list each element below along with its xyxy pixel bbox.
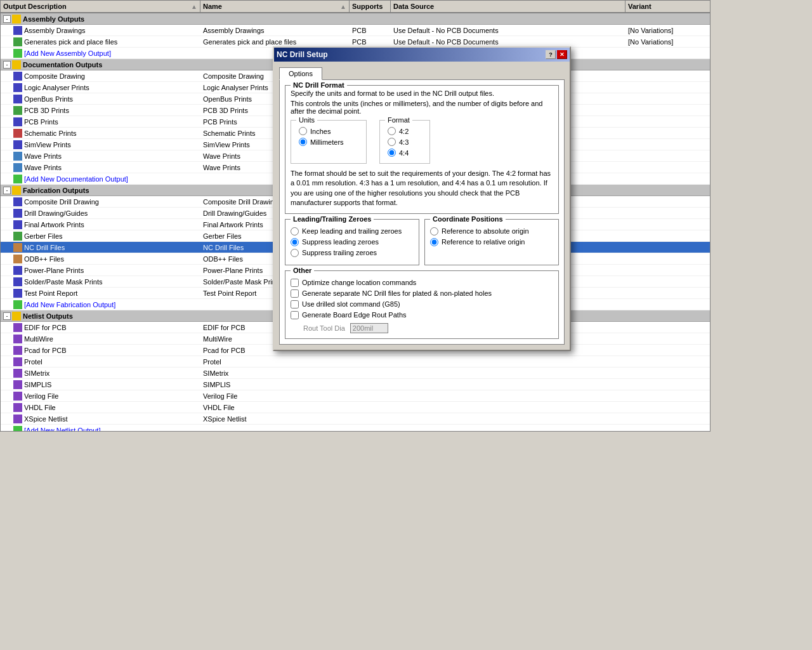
expand-fabrication[interactable]: - [3,187,11,194]
rout-tool-input[interactable] [350,323,388,333]
netlist-icon [13,369,22,378]
format-desc1: Specify the units and format to be used … [291,90,553,97]
netlist-icon [13,335,22,343]
group-fabrication-label: Fabrication Outputs [23,187,89,194]
close-button[interactable]: ✕ [557,50,567,59]
format-resolution-desc: The format should be set to suit the req… [291,169,553,208]
leading-trailing-section: Leading/Trailing Zeroes Keep leading and… [285,219,419,265]
netlist-icon [13,346,22,355]
col-header-name: Name ▲ [200,1,350,12]
add-icon [13,49,22,58]
nc-icon [13,255,22,263]
other-section: Other Optimize change location commands … [285,270,559,339]
unit-mm-label: Millimeters [310,138,344,146]
doc-icon [13,266,22,275]
use-drilled-label: Use drilled slot command (G85) [302,300,400,308]
format-42-option[interactable]: 4:2 [388,127,422,135]
wave-icon [13,163,22,172]
doc-icon [13,289,22,298]
unit-inches-option[interactable]: Inches [299,127,358,135]
table-row[interactable]: VHDL File VHDL File [1,402,710,413]
options-panel: NC Drill Format Specify the units and fo… [279,79,565,345]
expand-documentation[interactable]: - [3,61,11,69]
generate-board-label: Generate Board Edge Rout Paths [302,311,407,319]
table-row[interactable]: Assembly Drawings Assembly Drawings PCB … [1,25,710,36]
table-row[interactable]: SIMPLIS SIMPLIS [1,379,710,390]
col-header-output: Output Description ▲ [1,1,200,12]
ref-relative-option[interactable]: Reference to relative origin [430,238,553,246]
add-icon [13,426,22,432]
help-button[interactable]: ? [546,50,556,59]
expand-netlist[interactable]: - [3,312,11,320]
doc-icon [13,83,22,92]
add-icon [13,300,22,309]
unit-mm-option[interactable]: Millimeters [299,138,358,146]
sch-icon [13,129,22,138]
format-43-label: 4:3 [399,138,409,146]
netlist-icon [13,403,22,412]
format-44-label: 4:4 [399,149,409,157]
modal-titlebar: NC Drill Setup ? ✕ [274,48,570,62]
units-label: Units [296,116,317,124]
netlist-icon [13,380,22,389]
coordinate-section: Coordinate Positions Reference to absolu… [424,219,559,265]
netlist-icon [13,323,22,332]
generate-separate-option[interactable]: Generate separate NC Drill files for pla… [291,289,553,298]
table-row-add-netlist[interactable]: [Add New Netlist Output] [1,425,710,431]
doc-icon [13,197,22,206]
col-header-variant: Variant [625,1,710,12]
format-desc2: This controls the units (inches or milli… [291,100,553,115]
nc-drill-format-section: NC Drill Format Specify the units and fo… [285,85,559,214]
doc-icon [13,277,22,286]
group-netlist-label: Netlist Outputs [23,312,73,320]
col-header-datasource: Data Source [391,1,625,12]
netlist-icon [13,392,22,401]
doc-icon [13,95,22,103]
optimize-change-option[interactable]: Optimize change location commands [291,279,553,287]
doc-icon [13,117,22,126]
format-42-label: 4:2 [399,128,409,135]
format-43-option[interactable]: 4:3 [388,138,422,146]
units-group: Units Inches Millimeters [291,120,367,164]
suppress-leading-option[interactable]: Suppress leading zeroes [291,238,414,246]
use-drilled-option[interactable]: Use drilled slot command (G85) [291,300,553,308]
leading-trailing-title: Leading/Trailing Zeroes [291,215,374,223]
keep-leading-label: Keep leading and trailing zeroes [302,227,402,235]
dialog-title: NC Drill Setup [277,50,328,59]
generate-separate-label: Generate separate NC Drill files for pla… [302,289,492,297]
table-row[interactable]: SIMetrix SIMetrix [1,368,710,379]
coordinate-title: Coordinate Positions [430,215,506,223]
suppress-leading-label: Suppress leading zeroes [302,238,379,246]
doc-icon [13,209,22,218]
format-label: Format [385,116,412,124]
table-row[interactable]: Protel Protel [1,356,710,368]
unit-inches-label: Inches [310,128,331,135]
doc-icon [13,140,22,149]
group-assembly: - Assembly Outputs [1,13,710,25]
col-header-supports: Supports [350,1,391,12]
group-documentation-label: Documentation Outputs [23,61,102,69]
nc-drill-format-title: NC Drill Format [291,81,347,89]
suppress-trailing-option[interactable]: Suppress trailing zeroes [291,249,414,257]
ref-absolute-option[interactable]: Reference to absolute origin [430,227,553,235]
suppress-trailing-label: Suppress trailing zeroes [302,249,377,256]
generate-board-option[interactable]: Generate Board Edge Rout Paths [291,311,553,319]
format-group: Format 4:2 4:3 4:4 [379,120,430,164]
format-44-option[interactable]: 4:4 [388,149,422,157]
rout-tool-row: Rout Tool Dia [303,323,553,333]
add-icon [13,175,22,183]
table-header: Output Description ▲ Name ▲ Supports Dat… [1,1,710,13]
netlist-icon [13,415,22,423]
tab-options[interactable]: Options [279,67,322,80]
keep-leading-option[interactable]: Keep leading and trailing zeroes [291,227,414,235]
pcb-icon [13,232,22,241]
optimize-change-label: Optimize change location commands [302,279,416,286]
pcb-icon [13,37,22,46]
rout-tool-label: Rout Tool Dia [303,324,345,332]
other-title: Other [291,267,314,274]
folder-icon-assembly [12,15,21,23]
nc-icon [13,243,22,252]
table-row[interactable]: Verilog File Verilog File [1,390,710,402]
expand-assembly[interactable]: - [3,15,11,23]
table-row[interactable]: XSpice Netlist XSpice Netlist [1,413,710,425]
